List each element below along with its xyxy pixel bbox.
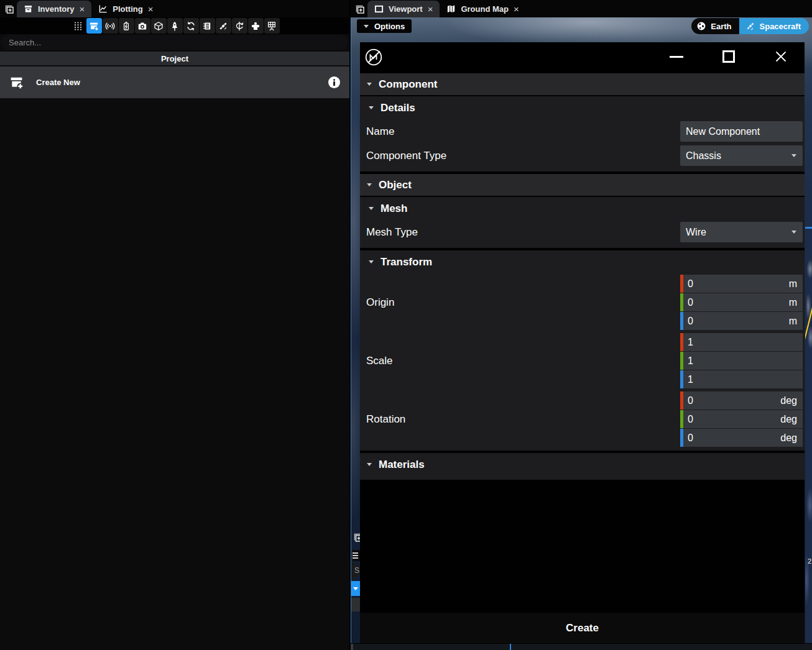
name-row: Name: [360, 119, 805, 144]
origin-vector: 0 m 0 m 0 m: [680, 275, 803, 330]
component-type-label: Component Type: [366, 150, 680, 162]
scale-z-input[interactable]: 1: [680, 370, 803, 388]
add-panel-icon[interactable]: [353, 2, 366, 16]
create-button[interactable]: Create: [360, 613, 805, 643]
tab-viewport[interactable]: Viewport ×: [367, 1, 440, 17]
materials-section: Materials: [360, 453, 805, 480]
add-panel-icon[interactable]: [2, 2, 16, 16]
info-icon[interactable]: [328, 76, 340, 88]
rotation-z-input[interactable]: 0 deg: [680, 429, 803, 447]
left-tab-bar: Inventory × Plotting ×: [0, 0, 349, 17]
spacecraft-view-button[interactable]: Spacecraft: [739, 18, 809, 34]
view-toggle: Earth Spacecraft: [691, 18, 809, 34]
add-component-icon[interactable]: [86, 18, 102, 34]
cube-icon[interactable]: [151, 18, 167, 34]
puzzle-icon[interactable]: [248, 18, 264, 34]
tab-ground-map[interactable]: Ground Map ×: [440, 1, 525, 17]
chevron-down-icon: [369, 106, 374, 109]
name-label: Name: [366, 126, 680, 138]
add-component-icon: [9, 75, 24, 89]
minimize-button[interactable]: [670, 56, 683, 58]
origin-y-input[interactable]: 0 m: [680, 293, 803, 311]
close-button[interactable]: [774, 50, 788, 63]
solar-panel-icon[interactable]: [264, 18, 280, 34]
chevron-down-icon: [367, 83, 372, 86]
chevron-down-icon: [369, 260, 374, 263]
section-header-materials[interactable]: Materials: [360, 453, 425, 476]
scale-row: Scale 1 1: [360, 333, 805, 388]
mesh-type-select[interactable]: Wire: [680, 222, 803, 242]
name-field: [680, 121, 803, 142]
section-header-details[interactable]: Details: [360, 96, 805, 119]
hidden-panel-button-fragment[interactable]: [351, 598, 360, 611]
earth-view-button[interactable]: Earth: [691, 18, 739, 34]
scale-y-input[interactable]: 1: [680, 352, 803, 370]
create-new-row[interactable]: Create New: [0, 66, 349, 98]
section-header-object[interactable]: Object: [360, 174, 805, 196]
viewport-region: Viewport × Ground Map × Options: [351, 0, 812, 650]
options-button[interactable]: Options: [357, 19, 412, 33]
mesh-type-row: Mesh Type Wire: [360, 220, 805, 244]
mesh-section: Mesh Mesh Type Wire: [360, 197, 805, 248]
tab-label: Ground Map: [461, 4, 509, 14]
component-type-select[interactable]: Chassis: [680, 145, 803, 166]
dialog-titlebar[interactable]: [360, 42, 805, 72]
spacecraft-icon: [745, 21, 755, 31]
timeline-bar[interactable]: [351, 643, 812, 650]
scale-vector: 1 1 1: [680, 333, 803, 388]
tab-inventory[interactable]: Inventory ×: [17, 1, 91, 17]
scale-x-input[interactable]: 1: [680, 333, 803, 351]
viewport-canvas[interactable]: Options Earth: [351, 17, 812, 643]
section-header-mesh[interactable]: Mesh: [360, 197, 805, 220]
dialog-footer: Create: [360, 480, 805, 643]
battery-icon[interactable]: [119, 18, 134, 34]
name-input[interactable]: [680, 121, 803, 142]
tab-label: Plotting: [113, 4, 142, 14]
plotting-icon: [98, 4, 108, 14]
chevron-down-icon: [369, 207, 374, 210]
close-tab-icon[interactable]: ×: [148, 4, 154, 14]
map-marker-fragment: [805, 227, 812, 229]
inventory-search: [1, 35, 348, 50]
origin-row: Origin 0 m 0 m: [360, 275, 805, 330]
close-tab-icon[interactable]: ×: [428, 4, 433, 14]
satellite-icon[interactable]: [216, 18, 231, 34]
app-logo-icon: [364, 48, 383, 66]
spacecraft-label: Spacecraft: [760, 22, 801, 31]
camera-icon[interactable]: [135, 18, 150, 34]
ground-map-icon: [446, 4, 456, 14]
section-header-transform[interactable]: Transform: [360, 250, 805, 273]
maximize-button[interactable]: [722, 50, 735, 63]
scale-label: Scale: [360, 355, 680, 367]
hidden-panel-icon[interactable]: [353, 550, 360, 561]
viewport-tab-bar: Viewport × Ground Map ×: [351, 0, 812, 17]
search-input[interactable]: [9, 38, 341, 47]
orbit-icon[interactable]: [232, 18, 247, 34]
mesh-type-label: Mesh Type: [366, 226, 680, 239]
origin-x-input[interactable]: 0 m: [680, 275, 803, 293]
earth-icon: [696, 21, 706, 31]
close-tab-icon[interactable]: ×: [80, 4, 85, 14]
hidden-panel-search-fragment[interactable]: S: [351, 562, 360, 579]
chevron-down-icon: [353, 587, 358, 590]
signal-icon[interactable]: [103, 18, 118, 34]
create-new-label: Create New: [36, 78, 80, 87]
rotation-y-input[interactable]: 0 deg: [680, 410, 803, 428]
chevron-down-icon: [367, 183, 372, 186]
tab-plotting[interactable]: Plotting ×: [91, 1, 160, 17]
circuit-stack-icon[interactable]: [200, 18, 215, 34]
timeline-playhead[interactable]: [510, 644, 511, 650]
ground-map-sliver: [805, 201, 812, 643]
close-tab-icon[interactable]: ×: [514, 4, 519, 14]
hidden-panel-dropdown-fragment[interactable]: [351, 581, 360, 596]
component-type-row: Component Type Chassis: [360, 144, 805, 168]
section-header-component[interactable]: Component: [360, 73, 805, 95]
refresh-icon[interactable]: [183, 18, 199, 34]
grid-handle-icon[interactable]: [70, 18, 86, 34]
rotation-row: Rotation 0 deg 0 deg: [360, 391, 805, 447]
options-label: Options: [374, 22, 405, 31]
origin-z-input[interactable]: 0 m: [680, 312, 803, 330]
rocket-icon[interactable]: [167, 18, 183, 34]
chevron-down-icon: [367, 463, 372, 466]
rotation-x-input[interactable]: 0 deg: [680, 391, 803, 410]
